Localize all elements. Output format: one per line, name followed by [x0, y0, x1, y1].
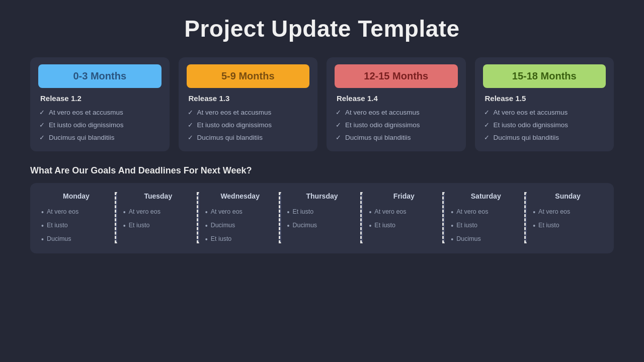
release-title-3: Release 1.4: [335, 94, 458, 103]
day-items-sunday: At vero eosEt iusto: [533, 208, 603, 230]
release-card-4: 15-18 MonthsRelease 1.5At vero eos et ac…: [475, 57, 614, 151]
day-item: Et iusto: [205, 235, 275, 244]
card-header-3: 12-15 Months: [335, 64, 458, 88]
day-item: Ducimus: [205, 222, 275, 230]
day-col-sunday: SundayAt vero eosEt iusto: [527, 192, 609, 243]
day-col-monday: MondayAt vero eosEt iustoDucimus: [35, 192, 117, 243]
day-col-wednesday: WednesdayAt vero eosDucimusEt iusto: [199, 192, 281, 243]
day-col-saturday: SaturdayAt vero eosEt iustoDucimus: [445, 192, 527, 243]
day-name-saturday: Saturday: [451, 192, 521, 200]
card-item: Et iusto odio dignissimos: [38, 121, 162, 129]
card-items-2: At vero eos et accusmusEt iusto odio dig…: [187, 109, 310, 141]
card-header-2: 5-9 Months: [187, 64, 310, 88]
card-header-4: 15-18 Months: [483, 64, 606, 88]
day-items-friday: At vero eosEt iusto: [369, 208, 439, 230]
day-name-monday: Monday: [41, 192, 111, 200]
card-header-1: 0-3 Months: [38, 64, 162, 88]
card-item: At vero eos et accusmus: [483, 109, 606, 116]
day-col-tuesday: TuesdayAt vero eosEt iusto: [117, 192, 199, 243]
week-table: MondayAt vero eosEt iustoDucimusTuesdayA…: [30, 183, 614, 253]
card-items-3: At vero eos et accusmusEt iusto odio dig…: [335, 109, 458, 141]
release-card-1: 0-3 MonthsRelease 1.2At vero eos et accu…: [30, 57, 170, 151]
day-item: Ducimus: [41, 235, 111, 244]
day-item: Et iusto: [287, 208, 357, 217]
day-item: Et iusto: [533, 222, 603, 230]
day-name-tuesday: Tuesday: [123, 192, 193, 200]
day-name-thursday: Thursday: [287, 192, 357, 200]
day-col-thursday: ThursdayEt iustoDucimus: [281, 192, 363, 243]
day-items-thursday: Et iustoDucimus: [287, 208, 357, 230]
card-items-4: At vero eos et accusmusEt iusto odio dig…: [483, 109, 606, 141]
day-item: Ducimus: [287, 222, 357, 230]
card-item: Et iusto odio dignissimos: [187, 121, 310, 129]
card-item: Ducimus qui blanditiis: [483, 134, 606, 141]
card-item: Et iusto odio dignissimos: [483, 121, 606, 129]
day-item: At vero eos: [41, 208, 111, 217]
day-items-saturday: At vero eosEt iustoDucimus: [451, 208, 521, 243]
day-items-tuesday: At vero eosEt iusto: [123, 208, 193, 230]
day-item: Et iusto: [41, 222, 111, 230]
day-item: Et iusto: [123, 222, 193, 230]
card-items-1: At vero eos et accusmusEt iusto odio dig…: [38, 109, 162, 141]
day-item: Et iusto: [451, 222, 521, 230]
card-item: Ducimus qui blanditiis: [335, 134, 458, 141]
cards-row: 0-3 MonthsRelease 1.2At vero eos et accu…: [30, 57, 614, 151]
day-col-friday: FridayAt vero eosEt iusto: [363, 192, 445, 243]
card-item: At vero eos et accusmus: [38, 109, 162, 116]
release-card-3: 12-15 MonthsRelease 1.4At vero eos et ac…: [327, 57, 466, 151]
goals-section: What Are Our Goals And Deadlines For Nex…: [30, 165, 614, 253]
day-name-sunday: Sunday: [533, 192, 603, 200]
day-name-wednesday: Wednesday: [205, 192, 275, 200]
day-name-friday: Friday: [369, 192, 439, 200]
day-item: At vero eos: [123, 208, 193, 217]
card-item: Et iusto odio dignissimos: [335, 121, 458, 129]
card-item: At vero eos et accusmus: [335, 109, 458, 116]
day-item: Et iusto: [369, 222, 439, 230]
day-item: At vero eos: [369, 208, 439, 217]
release-card-2: 5-9 MonthsRelease 1.3At vero eos et accu…: [179, 57, 318, 151]
card-item: Ducimus qui blanditiis: [187, 134, 310, 141]
release-title-2: Release 1.3: [187, 94, 310, 103]
day-item: At vero eos: [205, 208, 275, 217]
goals-title: What Are Our Goals And Deadlines For Nex…: [30, 165, 614, 176]
page-title: Project Update Template: [184, 15, 459, 42]
day-items-monday: At vero eosEt iustoDucimus: [41, 208, 111, 243]
day-item: Ducimus: [451, 235, 521, 244]
card-item: At vero eos et accusmus: [187, 109, 310, 116]
release-title-1: Release 1.2: [38, 94, 162, 103]
card-item: Ducimus qui blanditiis: [38, 134, 162, 141]
day-item: At vero eos: [451, 208, 521, 217]
release-title-4: Release 1.5: [483, 94, 606, 103]
day-item: At vero eos: [533, 208, 603, 217]
day-items-wednesday: At vero eosDucimusEt iusto: [205, 208, 275, 243]
